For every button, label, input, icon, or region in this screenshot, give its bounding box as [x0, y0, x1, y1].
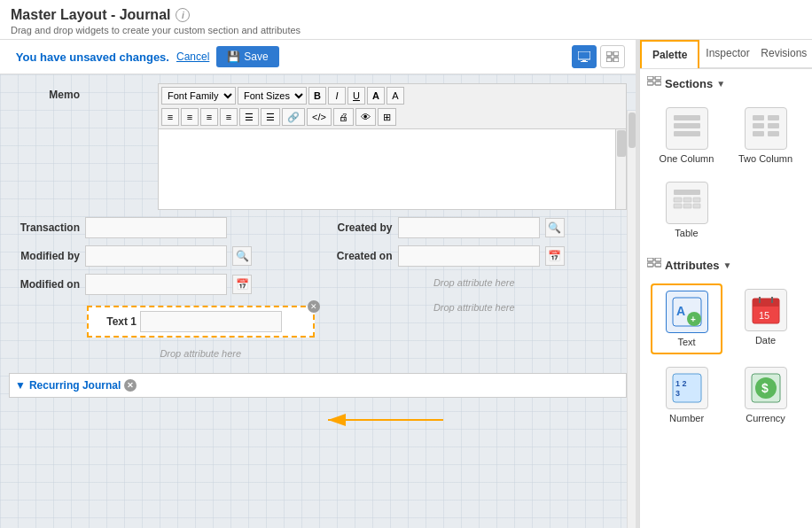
fields-grid: Transaction Modified by 🔍 Modified on 📅 — [9, 217, 627, 362]
align-left-button[interactable]: ≡ — [161, 108, 179, 126]
editor-body[interactable] — [159, 129, 626, 209]
svg-rect-15 — [674, 131, 700, 136]
svg-rect-10 — [655, 76, 661, 80]
svg-rect-6 — [613, 58, 619, 62]
two-column-icon — [745, 107, 787, 150]
tab-revisions[interactable]: Revisions — [756, 40, 812, 68]
highlight-button[interactable]: A — [386, 87, 404, 105]
table-widget[interactable]: Table — [651, 176, 722, 244]
text-widget[interactable]: A + Text — [651, 283, 722, 354]
created-on-input[interactable] — [398, 245, 540, 267]
modified-by-search-button[interactable]: 🔍 — [232, 246, 252, 266]
text-icon: A + — [666, 291, 708, 333]
attributes-header[interactable]: Attributes ▼ — [647, 258, 805, 273]
text1-box: Text 1 ✕ — [87, 306, 315, 338]
tab-palette[interactable]: Palette — [640, 40, 699, 68]
text1-label: Text 1 — [92, 315, 137, 328]
table-label: Table — [675, 228, 698, 238]
date-widget[interactable]: 15 Date — [730, 283, 801, 354]
created-by-input[interactable] — [398, 217, 540, 238]
created-by-label: Created by — [322, 221, 393, 234]
align-center-button[interactable]: ≡ — [181, 108, 199, 126]
left-field-col: Transaction Modified by 🔍 Modified on 📅 — [9, 217, 315, 362]
attributes-label: Attributes — [665, 259, 719, 272]
save-button[interactable]: 💾 Save — [216, 46, 278, 67]
svg-rect-5 — [606, 58, 612, 62]
memo-section: Memo Font Family Font Sizes — [9, 83, 627, 210]
modified-on-calendar-button[interactable]: 📅 — [232, 275, 252, 294]
sections-widget-grid: One Column — [647, 98, 805, 247]
cancel-link[interactable]: Cancel — [176, 50, 209, 63]
panel-tabs: Palette Inspector Revisions — [640, 40, 812, 69]
attributes-grid-icon — [647, 258, 661, 273]
recurring-close-button[interactable]: ✕ — [124, 379, 137, 392]
modified-on-input[interactable] — [85, 274, 227, 295]
right-field-col: Created by 🔍 Created on 📅 Drop attribute… — [322, 217, 628, 362]
font-color-button[interactable]: A — [367, 87, 385, 105]
font-family-select[interactable]: Font Family — [161, 87, 236, 105]
svg-rect-39 — [753, 303, 779, 307]
text-widget-label: Text — [677, 337, 695, 347]
italic-button[interactable]: I — [328, 87, 346, 105]
underline-button[interactable]: U — [347, 87, 365, 105]
print-button[interactable]: 🖨 — [333, 108, 354, 126]
svg-rect-12 — [655, 82, 661, 85]
modified-by-input[interactable] — [85, 245, 227, 267]
drop-zone-right-2[interactable]: Drop attribute here — [322, 299, 628, 316]
created-by-search-button[interactable]: 🔍 — [545, 218, 565, 237]
date-widget-label: Date — [755, 335, 776, 346]
svg-text:1 2: 1 2 — [675, 379, 687, 388]
number-icon: 1 2 3 — [666, 367, 708, 409]
code-button[interactable]: </> — [307, 108, 332, 126]
svg-text:+: + — [691, 314, 696, 324]
svg-rect-23 — [674, 198, 682, 202]
memo-label: Memo — [9, 83, 80, 101]
canvas-scrollbar[interactable] — [627, 111, 636, 528]
one-column-widget[interactable]: One Column — [651, 102, 722, 169]
svg-rect-31 — [647, 263, 653, 267]
created-on-field-row: Created on 📅 — [322, 245, 628, 267]
link-button[interactable]: 🔗 — [282, 108, 305, 126]
preview-button[interactable]: 👁 — [355, 108, 376, 126]
table-icon — [666, 182, 708, 224]
justify-button[interactable]: ≡ — [220, 108, 238, 126]
editor-toolbar: Font Family Font Sizes B I U A A — [159, 84, 626, 129]
sections-header[interactable]: Sections ▼ — [647, 76, 805, 91]
svg-rect-18 — [753, 123, 764, 128]
page-title: Master Layout - Journal — [11, 7, 170, 23]
numbered-list-button[interactable]: ☰ — [261, 108, 280, 126]
one-column-label: One Column — [660, 153, 714, 164]
drop-zone-left[interactable]: Drop attribute here — [87, 345, 315, 362]
created-on-calendar-button[interactable]: 📅 — [545, 246, 565, 266]
text1-close-button[interactable]: ✕ — [308, 300, 320, 313]
svg-text:$: $ — [761, 381, 769, 395]
transaction-input[interactable] — [85, 217, 227, 238]
body-area: You have unsaved changes. Cancel 💾 Save — [0, 40, 812, 528]
two-column-widget[interactable]: Two Column — [730, 102, 801, 169]
bold-button[interactable]: B — [308, 87, 326, 105]
svg-rect-20 — [753, 131, 764, 136]
canvas-scroll-thumb — [629, 113, 636, 148]
chevron-down-icon: ▼ — [15, 379, 26, 392]
svg-rect-16 — [753, 115, 764, 120]
drop-zone-right-1[interactable]: Drop attribute here — [322, 274, 628, 291]
svg-rect-4 — [613, 51, 619, 56]
recurring-header[interactable]: ▼ Recurring Journal ✕ — [15, 379, 621, 392]
table-insert-button[interactable]: ⊞ — [378, 108, 396, 126]
text1-input[interactable] — [140, 311, 282, 332]
number-widget[interactable]: 1 2 3 Number — [651, 361, 722, 429]
currency-widget[interactable]: $ Currency — [730, 361, 801, 429]
editor-scrollbar[interactable] — [615, 129, 626, 209]
svg-rect-9 — [647, 76, 653, 80]
memo-editor: Font Family Font Sizes B I U A A — [158, 83, 627, 210]
bullet-list-button[interactable]: ☰ — [239, 108, 259, 126]
desktop-view-button[interactable] — [572, 45, 597, 68]
align-right-button[interactable]: ≡ — [200, 108, 218, 126]
transaction-field-row: Transaction — [9, 217, 315, 238]
font-sizes-select[interactable]: Font Sizes — [238, 87, 307, 105]
info-icon[interactable]: i — [176, 8, 190, 22]
svg-rect-14 — [674, 123, 700, 128]
unsaved-message: You have unsaved changes. — [16, 50, 169, 64]
tab-inspector[interactable]: Inspector — [699, 40, 755, 68]
grid-view-button[interactable] — [600, 45, 625, 68]
